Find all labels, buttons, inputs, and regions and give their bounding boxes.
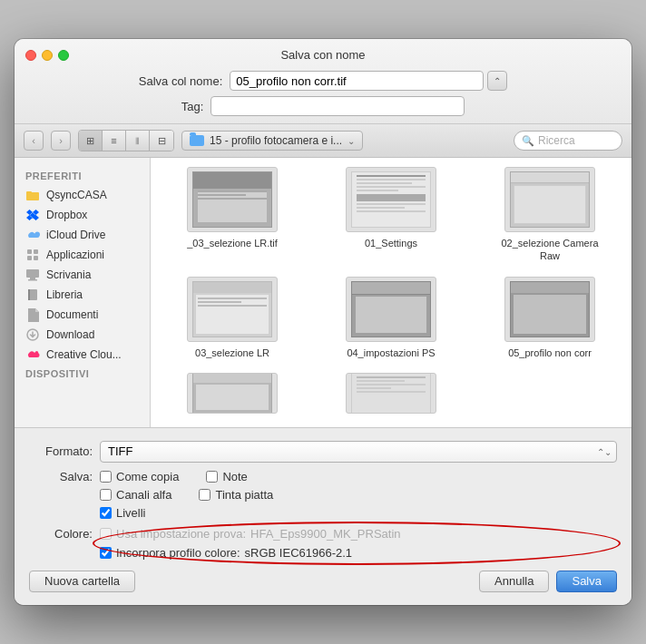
list-view-button[interactable]: ≡	[103, 131, 126, 151]
sidebar-item-dropbox[interactable]: Dropbox	[15, 205, 150, 225]
sidebar-item-documenti[interactable]: Documenti	[15, 305, 150, 325]
format-select[interactable]: TIFF JPEG PNG PSD	[100, 441, 617, 463]
sidebar-item-label: QsyncCASA	[46, 189, 107, 201]
location-button[interactable]: 15 - profilo fotocamera e i... ⌄	[181, 131, 363, 151]
file-name: _03_selezione LR.tif	[187, 237, 278, 249]
sidebar-item-label: Libreria	[46, 288, 83, 301]
maximize-button[interactable]	[58, 50, 69, 61]
incorpora-profilo-option[interactable]: Incorpora profilo colore: sRGB IEC61966-…	[100, 546, 617, 560]
usa-impostazione-option[interactable]: Usa impostazione prova: HFA_Eps9900_MK_P…	[100, 527, 617, 541]
file-name: 03_selezione LR	[195, 346, 269, 359]
svg-rect-7	[30, 278, 35, 279]
come-copia-checkbox[interactable]	[100, 471, 112, 483]
file-name: 04_impostazioni PS	[347, 346, 435, 359]
nuova-cartella-button[interactable]: Nuova cartella	[29, 571, 135, 592]
canali-alfa-label: Canali alfa	[116, 488, 171, 502]
chevron-toggle-button[interactable]: ⌃	[487, 71, 507, 91]
canali-alfa-checkbox[interactable]	[100, 489, 112, 501]
svg-rect-4	[27, 256, 32, 260]
close-button[interactable]	[25, 50, 36, 61]
colore-options: Usa impostazione prova: HFA_Eps9900_MK_P…	[100, 527, 617, 560]
tag-row: Tag:	[25, 96, 621, 116]
icon-view-button[interactable]: ⊞	[79, 131, 103, 151]
sidebar-item-label: Creative Clou...	[46, 348, 122, 361]
sidebar-item-creativecloud[interactable]: Creative Clou...	[15, 345, 150, 365]
location-chevron-icon: ⌄	[347, 136, 355, 146]
file-item[interactable]	[318, 373, 464, 418]
sidebar-item-label: iCloud Drive	[46, 229, 105, 241]
incorpora-profilo-value: sRGB IEC61966-2.1	[245, 546, 353, 560]
file-thumbnail	[346, 167, 436, 232]
column-view-button[interactable]: ⦀	[126, 131, 150, 151]
sidebar-item-applicazioni[interactable]: Applicazioni	[15, 245, 150, 265]
note-option[interactable]: Note	[206, 470, 247, 483]
confirm-buttons: Annulla Salva	[479, 571, 617, 592]
come-copia-option[interactable]: Come copia	[100, 470, 179, 483]
sidebar-item-label: Documenti	[46, 308, 98, 321]
come-copia-label: Come copia	[116, 470, 179, 483]
file-name: 05_profilo non corr	[508, 346, 592, 359]
formato-row: Formato: TIFF JPEG PNG PSD ⌃⌄	[29, 441, 617, 463]
tag-input[interactable]	[210, 96, 465, 116]
cloud-icon	[25, 228, 40, 242]
file-item[interactable]: 03_selezione LR	[160, 277, 305, 359]
salva-label: Salva:	[29, 470, 93, 483]
usa-impostazione-checkbox[interactable]	[100, 528, 112, 540]
filename-row: Salva col nome: ⌃	[25, 71, 621, 91]
svg-rect-10	[28, 289, 30, 300]
folder-icon	[190, 135, 204, 146]
forward-button[interactable]: ›	[51, 131, 71, 151]
tinta-piatta-checkbox[interactable]	[199, 489, 210, 501]
file-thumbnail	[504, 277, 595, 342]
minimize-button[interactable]	[42, 50, 53, 61]
annulla-button[interactable]: Annulla	[479, 571, 549, 592]
formato-label: Formato:	[29, 444, 93, 458]
doc-icon	[25, 307, 40, 322]
main-area: Preferiti QsyncCASA Dropbox iCloud Drive	[15, 158, 631, 427]
sidebar-item-icloud[interactable]: iCloud Drive	[15, 225, 150, 245]
sidebar-section-favorites: Preferiti	[15, 167, 150, 185]
location-label: 15 - profilo fotocamera e i...	[210, 134, 342, 147]
search-box[interactable]: 🔍 Ricerca	[514, 131, 622, 151]
file-thumbnail	[504, 167, 595, 232]
svg-rect-8	[28, 279, 37, 281]
sidebar-item-qsynccasa[interactable]: QsyncCASA	[15, 185, 150, 205]
download-icon	[25, 327, 40, 342]
filename-input[interactable]	[230, 71, 484, 91]
livelli-option[interactable]: Livelli	[100, 506, 146, 520]
svg-rect-6	[26, 269, 39, 278]
file-item[interactable]	[160, 373, 305, 418]
file-item[interactable]: 04_impostazioni PS	[318, 277, 464, 359]
desktop-icon	[25, 268, 40, 282]
svg-rect-1	[26, 191, 32, 194]
canali-alfa-option[interactable]: Canali alfa	[100, 488, 171, 502]
gallery-view-button[interactable]: ⊟	[150, 131, 173, 151]
usa-impostazione-label: Usa impostazione prova:	[116, 527, 246, 541]
incorpora-profilo-checkbox[interactable]	[100, 547, 112, 559]
sidebar-item-label: Download	[46, 328, 94, 341]
dropbox-icon	[25, 208, 40, 222]
sidebar-item-download[interactable]: Download	[15, 325, 150, 345]
file-item[interactable]: 05_profilo non corr	[477, 277, 622, 359]
tinta-piatta-option[interactable]: Tinta piatta	[199, 488, 273, 502]
traffic-lights	[25, 50, 69, 61]
sidebar-item-scrivania[interactable]: Scrivania	[15, 265, 150, 285]
file-item[interactable]: 02_selezione Camera Raw	[477, 167, 622, 263]
dialog-buttons: Nuova cartella Annulla Salva	[29, 571, 617, 592]
filename-input-wrap: ⌃	[230, 71, 507, 91]
title-bar: Salva con nome Salva col nome: ⌃ Tag:	[15, 39, 631, 124]
svg-rect-5	[34, 256, 38, 260]
tag-label: Tag:	[181, 100, 204, 113]
colore-label: Colore:	[29, 527, 93, 541]
note-checkbox[interactable]	[206, 471, 218, 483]
sidebar-item-libreria[interactable]: Libreria	[15, 285, 150, 305]
file-item[interactable]: 01_Settings	[318, 167, 464, 263]
usa-impostazione-value: HFA_Eps9900_MK_PRSatin	[250, 527, 400, 541]
file-item[interactable]: _03_selezione LR.tif	[160, 167, 305, 263]
livelli-checkbox[interactable]	[100, 507, 112, 519]
salva-row: Salva: Come copia Note Canali alfa	[29, 470, 617, 520]
back-button[interactable]: ‹	[24, 131, 44, 151]
sidebar-item-label: Dropbox	[46, 209, 87, 221]
salva-button[interactable]: Salva	[556, 571, 617, 592]
view-buttons: ⊞ ≡ ⦀ ⊟	[78, 130, 174, 151]
